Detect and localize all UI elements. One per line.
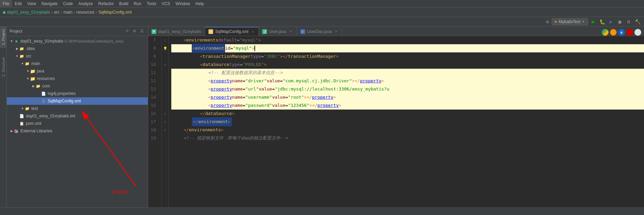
menu-item-window[interactable]: Window (173, 0, 193, 7)
tree-item-com[interactable]: ▶ 📁 com (7, 82, 148, 90)
tree-item-root[interactable]: ▼ ■ day01_eesy_01mybatis E:\软件\idea\Idea… (7, 37, 148, 45)
ie-icon[interactable]: e (618, 29, 625, 36)
tab-close-user[interactable]: × (288, 29, 293, 34)
bracket: < (208, 93, 211, 101)
code-line-11[interactable]: <!-- 配置连接数据库的基本信息--> (171, 69, 644, 77)
fold-18[interactable]: ▽ (162, 126, 168, 134)
tab-close-sqlmap[interactable]: × (250, 29, 255, 34)
run-button[interactable]: ▶ (590, 18, 597, 26)
fold-8[interactable]: 💡 (162, 44, 168, 52)
menu-item-code[interactable]: Code (60, 0, 76, 7)
menu-item-view[interactable]: View (25, 0, 39, 7)
menu-item-file[interactable]: File (0, 0, 12, 7)
tree-item-idea[interactable]: ▶ 📁 .idea (7, 45, 148, 52)
menu-item-tools[interactable]: Tools (144, 0, 159, 7)
eq: = (243, 93, 246, 101)
tag: dataSource (205, 110, 232, 118)
breadcrumb-resources[interactable]: resources (77, 10, 95, 15)
breadcrumb-project[interactable]: day01_eesy_01mybatis (7, 10, 50, 15)
line-num-9: 9 (148, 52, 159, 61)
path-sep-3: › (74, 10, 75, 15)
code-line-8[interactable]: <environment id="mysql"> (171, 44, 644, 52)
menu-item-navigate[interactable]: Navigate (39, 0, 60, 7)
stop-button[interactable]: ■ (616, 18, 624, 26)
bracket2: > (258, 36, 261, 44)
code-line-12[interactable]: <property name="driver" value="com.mysql… (171, 77, 644, 85)
menu-item-build[interactable]: Build (116, 0, 131, 7)
path-sep-1: › (51, 10, 53, 15)
build-button[interactable]: 🔨 (634, 18, 641, 26)
chrome-icon[interactable] (602, 29, 609, 36)
tree-arrow-main: ▼ (20, 62, 25, 65)
tree-item-java[interactable]: ▼ 📁 java (7, 67, 148, 75)
fold-15 (162, 101, 168, 110)
breadcrumb-main[interactable]: main (64, 10, 73, 15)
code-line-13[interactable]: <property name="url" value="jdbc:mysql:/… (171, 85, 644, 93)
tree-item-log4j[interactable]: 📄 log4j.properties (7, 90, 148, 97)
tab-project[interactable]: P day01_eesy_01mybatis (148, 27, 205, 36)
tree-label-pom: pom.xml (26, 121, 41, 126)
tree-label-idea: .idea (26, 46, 35, 51)
fold-7[interactable]: ▽ (162, 36, 168, 44)
fold-17[interactable]: ▽ (162, 118, 168, 126)
line-num-16: 16 (148, 110, 159, 118)
tree-arrow-src: ▼ (15, 54, 19, 58)
code-line-17[interactable]: </environment> (171, 118, 644, 126)
code-line-14[interactable]: <property name="username" value="root"><… (171, 93, 644, 101)
menu-item-refactor[interactable]: Refactor (96, 0, 116, 7)
pause-button[interactable]: ⏸ (625, 18, 632, 26)
menu-item-vcs[interactable]: VCS (159, 0, 173, 7)
breadcrumb-src[interactable]: src (54, 10, 60, 15)
eq: = (237, 36, 240, 44)
firefox-icon[interactable] (610, 29, 617, 36)
tree-label-java: java (37, 69, 44, 73)
code-line-15[interactable]: <property name="password" value="123456"… (171, 101, 644, 110)
sync-icon[interactable]: ⟳ (124, 28, 130, 34)
tab-userdao[interactable]: I UserDao.java × (297, 27, 343, 36)
menu-item-run[interactable]: Run (131, 0, 144, 7)
tree-item-iml[interactable]: 📄 day01_eesy_01mybatis.iml (7, 112, 148, 120)
coverage-button[interactable]: ▶ (607, 18, 615, 26)
tree-item-sqlmap[interactable]: 🗋 SqlMapConfig.xml (7, 97, 148, 105)
menu-item-edit[interactable]: Edit (12, 0, 25, 7)
code-line-19[interactable]: <!-- 指定映射文件，即每个dao的独立配置文件--> (171, 134, 644, 142)
val: "mysql" (233, 44, 252, 52)
tree-item-resources[interactable]: ▼ 📁 resources (7, 75, 148, 82)
project-icon: ■ (14, 38, 19, 44)
code-line-9[interactable]: <transactionManager type="JDBC"></transa… (171, 52, 644, 61)
tab-project[interactable]: 1: Project (0, 27, 7, 48)
sidebar: Project ⟳ ⚙ ☰ ▼ ■ day01_eesy_01mybatis E… (7, 27, 148, 208)
tab-user[interactable]: J User.java × (259, 27, 297, 36)
bracket2: > (252, 44, 254, 52)
menu-item-help[interactable]: Help (193, 0, 207, 7)
line-num-13: 13 (148, 85, 159, 93)
tree-item-src[interactable]: ▼ 📁 src (7, 52, 148, 60)
tag-property: property (211, 93, 232, 101)
bracket: < (208, 101, 211, 110)
code-content[interactable]: <environments default="mysql"> <environm… (169, 36, 644, 208)
attr: type (251, 52, 261, 61)
menu-item-analyze[interactable]: Analyze (76, 0, 96, 7)
code-line-7[interactable]: <environments default="mysql"> (171, 36, 644, 44)
tab-close-userdao[interactable]: × (334, 29, 339, 34)
code-line-10[interactable]: <dataSource type="POOLED"> (171, 61, 644, 69)
run-config-selector[interactable]: ▶ MybatisTest ▼ (552, 18, 588, 25)
tab-structure[interactable]: Z: Structure (0, 54, 7, 79)
tree-item-extlibs[interactable]: ▶ 📚 External Libraries (7, 127, 148, 135)
gear-icon[interactable]: ⚙ (131, 28, 138, 34)
code-line-16[interactable]: </dataSource> (171, 110, 644, 118)
safari-icon[interactable] (634, 29, 641, 36)
layout-icon[interactable]: ⊞ (545, 19, 550, 24)
tree-item-pom[interactable]: 📋 pom.xml (7, 120, 148, 127)
code-line-18[interactable]: </environments> (171, 126, 644, 134)
eq2: = (285, 101, 288, 110)
tab-sqlmap[interactable]: X SqlMapConfig.xml × (205, 27, 259, 36)
tree-item-main[interactable]: ▼ 📁 main (7, 60, 148, 67)
opera-icon[interactable] (626, 29, 633, 36)
debug-button[interactable]: 🐛 (598, 18, 606, 26)
tree-item-test[interactable]: ▼ 📁 test (7, 105, 148, 112)
fold-16[interactable]: ▽ (162, 110, 168, 118)
layout-options-icon[interactable]: ☰ (139, 28, 145, 34)
fold-10[interactable]: ▽ (162, 61, 168, 69)
line-num-17: 17 (148, 118, 159, 126)
